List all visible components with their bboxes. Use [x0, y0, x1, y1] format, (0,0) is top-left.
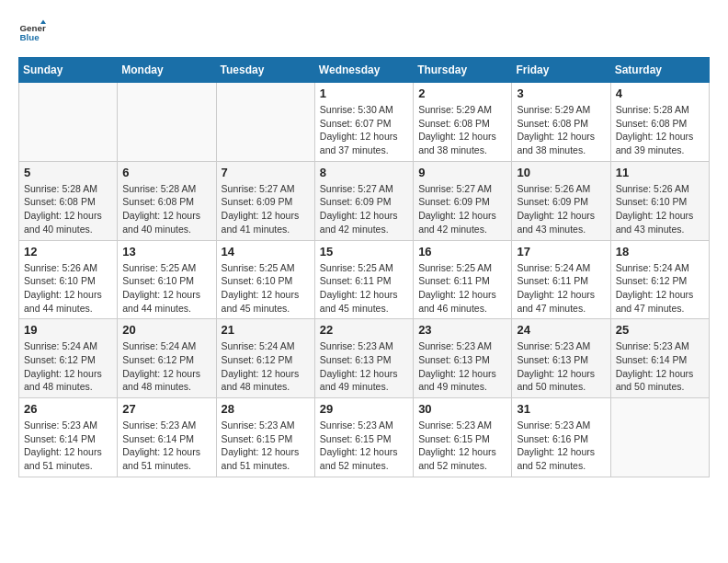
day-info: Sunrise: 5:27 AMSunset: 6:09 PMDaylight:…	[222, 182, 310, 236]
day-info: Sunrise: 5:25 AMSunset: 6:11 PMDaylight:…	[418, 261, 506, 316]
day-info: Sunrise: 5:23 AMSunset: 6:15 PMDaylight:…	[222, 419, 310, 473]
day-info: Sunrise: 5:28 AMSunset: 6:08 PMDaylight:…	[122, 182, 210, 236]
day-number: 4	[616, 86, 704, 100]
day-number: 6	[122, 166, 210, 179]
calendar-cell: 26Sunrise: 5:23 AMSunset: 6:14 PMDayligh…	[19, 398, 118, 477]
day-number: 25	[616, 323, 704, 337]
calendar-cell: 19Sunrise: 5:24 AMSunset: 6:12 PMDayligh…	[19, 319, 118, 398]
day-number: 1	[320, 86, 408, 100]
logo: General Blue	[18, 18, 46, 46]
svg-text:Blue: Blue	[20, 32, 40, 42]
day-number: 5	[24, 166, 112, 179]
header-saturday: Saturday	[610, 58, 709, 83]
day-info: Sunrise: 5:28 AMSunset: 6:08 PMDaylight:…	[616, 103, 704, 157]
header-sunday: Sunday	[19, 58, 118, 83]
header-tuesday: Tuesday	[216, 58, 314, 83]
calendar-cell: 25Sunrise: 5:23 AMSunset: 6:14 PMDayligh…	[610, 319, 709, 398]
header-row: SundayMondayTuesdayWednesdayThursdayFrid…	[19, 58, 710, 83]
calendar-cell: 18Sunrise: 5:24 AMSunset: 6:12 PMDayligh…	[610, 240, 709, 319]
day-number: 8	[320, 166, 408, 179]
page-header: General Blue	[18, 18, 710, 46]
day-number: 28	[222, 402, 310, 416]
calendar-cell: 9Sunrise: 5:27 AMSunset: 6:09 PMDaylight…	[414, 161, 512, 240]
day-number: 14	[222, 245, 310, 259]
calendar-cell: 28Sunrise: 5:23 AMSunset: 6:15 PMDayligh…	[216, 398, 314, 477]
calendar-cell: 31Sunrise: 5:23 AMSunset: 6:16 PMDayligh…	[512, 398, 610, 477]
day-number: 11	[616, 166, 704, 179]
week-row-2: 5Sunrise: 5:28 AMSunset: 6:08 PMDaylight…	[19, 161, 710, 240]
day-info: Sunrise: 5:23 AMSunset: 6:13 PMDaylight:…	[517, 339, 605, 394]
day-info: Sunrise: 5:24 AMSunset: 6:12 PMDaylight:…	[222, 339, 310, 394]
day-number: 23	[418, 323, 506, 337]
day-info: Sunrise: 5:25 AMSunset: 6:10 PMDaylight:…	[222, 261, 310, 316]
calendar-table: SundayMondayTuesdayWednesdayThursdayFrid…	[18, 57, 710, 477]
calendar-cell: 10Sunrise: 5:26 AMSunset: 6:09 PMDayligh…	[512, 161, 610, 240]
day-info: Sunrise: 5:25 AMSunset: 6:11 PMDaylight:…	[320, 261, 408, 316]
calendar-cell: 16Sunrise: 5:25 AMSunset: 6:11 PMDayligh…	[414, 240, 512, 319]
day-info: Sunrise: 5:29 AMSunset: 6:08 PMDaylight:…	[517, 103, 605, 157]
day-info: Sunrise: 5:23 AMSunset: 6:16 PMDaylight:…	[517, 419, 605, 473]
header-wednesday: Wednesday	[314, 58, 413, 83]
day-info: Sunrise: 5:28 AMSunset: 6:08 PMDaylight:…	[24, 182, 112, 236]
day-number: 15	[320, 245, 408, 259]
day-info: Sunrise: 5:30 AMSunset: 6:07 PMDaylight:…	[320, 103, 408, 157]
day-info: Sunrise: 5:23 AMSunset: 6:13 PMDaylight:…	[418, 339, 506, 394]
calendar-cell: 2Sunrise: 5:29 AMSunset: 6:08 PMDaylight…	[414, 83, 512, 162]
week-row-1: 1Sunrise: 5:30 AMSunset: 6:07 PMDaylight…	[19, 83, 710, 162]
calendar-cell: 22Sunrise: 5:23 AMSunset: 6:13 PMDayligh…	[314, 319, 413, 398]
day-number: 18	[616, 245, 704, 259]
header-thursday: Thursday	[414, 58, 512, 83]
calendar-cell: 8Sunrise: 5:27 AMSunset: 6:09 PMDaylight…	[314, 161, 413, 240]
day-info: Sunrise: 5:23 AMSunset: 6:15 PMDaylight:…	[418, 419, 506, 473]
day-number: 31	[517, 402, 605, 416]
day-info: Sunrise: 5:25 AMSunset: 6:10 PMDaylight:…	[122, 261, 210, 316]
calendar-cell: 3Sunrise: 5:29 AMSunset: 6:08 PMDaylight…	[512, 83, 610, 162]
day-number: 29	[320, 402, 408, 416]
calendar-cell: 6Sunrise: 5:28 AMSunset: 6:08 PMDaylight…	[118, 161, 216, 240]
day-number: 16	[418, 245, 506, 259]
week-row-3: 12Sunrise: 5:26 AMSunset: 6:10 PMDayligh…	[19, 240, 710, 319]
calendar-cell	[216, 83, 314, 162]
day-number: 3	[517, 86, 605, 100]
svg-marker-2	[40, 20, 46, 25]
calendar-cell: 23Sunrise: 5:23 AMSunset: 6:13 PMDayligh…	[414, 319, 512, 398]
day-info: Sunrise: 5:27 AMSunset: 6:09 PMDaylight:…	[320, 182, 408, 236]
day-info: Sunrise: 5:24 AMSunset: 6:12 PMDaylight:…	[616, 261, 704, 316]
calendar-cell: 13Sunrise: 5:25 AMSunset: 6:10 PMDayligh…	[118, 240, 216, 319]
calendar-cell: 7Sunrise: 5:27 AMSunset: 6:09 PMDaylight…	[216, 161, 314, 240]
calendar-cell: 30Sunrise: 5:23 AMSunset: 6:15 PMDayligh…	[414, 398, 512, 477]
calendar-cell: 12Sunrise: 5:26 AMSunset: 6:10 PMDayligh…	[19, 240, 118, 319]
calendar-cell: 1Sunrise: 5:30 AMSunset: 6:07 PMDaylight…	[314, 83, 413, 162]
day-info: Sunrise: 5:26 AMSunset: 6:10 PMDaylight:…	[24, 261, 112, 316]
calendar-cell: 4Sunrise: 5:28 AMSunset: 6:08 PMDaylight…	[610, 83, 709, 162]
header-friday: Friday	[512, 58, 610, 83]
calendar-cell: 24Sunrise: 5:23 AMSunset: 6:13 PMDayligh…	[512, 319, 610, 398]
day-number: 17	[517, 245, 605, 259]
week-row-4: 19Sunrise: 5:24 AMSunset: 6:12 PMDayligh…	[19, 319, 710, 398]
day-info: Sunrise: 5:23 AMSunset: 6:15 PMDaylight:…	[320, 419, 408, 473]
day-number: 27	[122, 402, 210, 416]
day-number: 12	[24, 245, 112, 259]
day-info: Sunrise: 5:24 AMSunset: 6:11 PMDaylight:…	[517, 261, 605, 316]
calendar-body: 1Sunrise: 5:30 AMSunset: 6:07 PMDaylight…	[19, 83, 710, 477]
week-row-5: 26Sunrise: 5:23 AMSunset: 6:14 PMDayligh…	[19, 398, 710, 477]
day-number: 22	[320, 323, 408, 337]
day-number: 30	[418, 402, 506, 416]
calendar-header: SundayMondayTuesdayWednesdayThursdayFrid…	[19, 58, 710, 83]
calendar-cell	[118, 83, 216, 162]
calendar-cell: 29Sunrise: 5:23 AMSunset: 6:15 PMDayligh…	[314, 398, 413, 477]
logo-icon: General Blue	[18, 18, 46, 46]
day-number: 20	[122, 323, 210, 337]
svg-text:General: General	[20, 23, 47, 33]
calendar-cell: 15Sunrise: 5:25 AMSunset: 6:11 PMDayligh…	[314, 240, 413, 319]
day-number: 10	[517, 166, 605, 179]
day-info: Sunrise: 5:27 AMSunset: 6:09 PMDaylight:…	[418, 182, 506, 236]
day-number: 9	[418, 166, 506, 179]
day-number: 19	[24, 323, 112, 337]
day-info: Sunrise: 5:29 AMSunset: 6:08 PMDaylight:…	[418, 103, 506, 157]
calendar-cell: 5Sunrise: 5:28 AMSunset: 6:08 PMDaylight…	[19, 161, 118, 240]
day-number: 21	[222, 323, 310, 337]
day-info: Sunrise: 5:26 AMSunset: 6:09 PMDaylight:…	[517, 182, 605, 236]
day-info: Sunrise: 5:24 AMSunset: 6:12 PMDaylight:…	[24, 339, 112, 394]
day-number: 26	[24, 402, 112, 416]
